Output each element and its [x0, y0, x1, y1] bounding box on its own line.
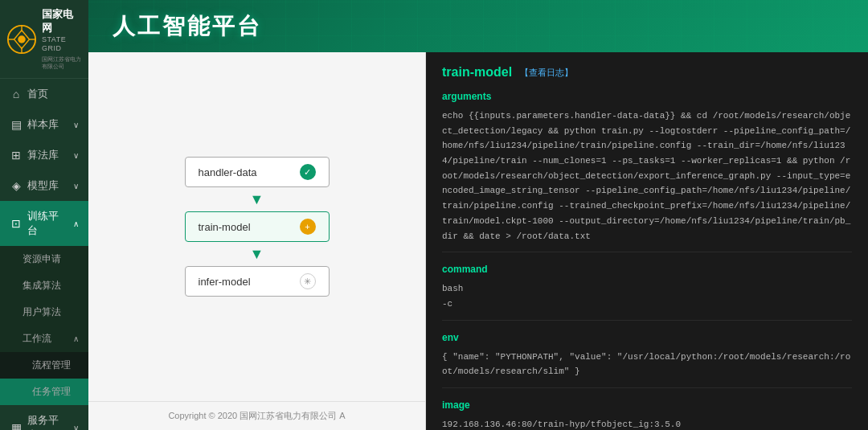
- handler-data-check-icon: ✓: [300, 164, 316, 180]
- section-label-env: env: [442, 332, 852, 343]
- training-submenu: 资源申请 集成算法 用户算法 工作流 ∧ 流程管理 任务管理: [0, 246, 88, 405]
- model-icon: ◈: [10, 179, 23, 192]
- main-area: 人工智能平台 handler-data ✓ ▼ train-model + ▼: [88, 0, 868, 430]
- node-label-train-model: train-model: [199, 221, 251, 233]
- training-icon: ⊡: [10, 217, 23, 230]
- sample-icon: ▤: [10, 118, 23, 131]
- sidebar-label-model: 模型库: [27, 178, 68, 193]
- sidebar-item-user-algo[interactable]: 用户算法: [0, 299, 88, 326]
- sidebar-label-ensemble: 集成算法: [23, 279, 79, 293]
- algo-arrow: ∨: [73, 151, 79, 160]
- node-label-handler-data: handler-data: [199, 166, 257, 178]
- section-label-arguments: arguments: [442, 91, 852, 102]
- sidebar-item-home[interactable]: ⌂ 首页: [0, 79, 88, 109]
- pipeline-node-infer-model[interactable]: infer-model ✳: [185, 266, 330, 297]
- home-icon: ⌂: [10, 88, 23, 100]
- sidebar-label-algo: 算法库: [27, 148, 68, 162]
- pipeline-inner: handler-data ✓ ▼ train-model + ▼ infer-m…: [88, 52, 425, 401]
- sidebar-item-resource[interactable]: 资源申请: [0, 246, 88, 272]
- pipeline-node-handler-data[interactable]: handler-data ✓: [185, 157, 330, 187]
- training-arrow: ∧: [73, 219, 79, 228]
- command-line-1: bash: [442, 281, 852, 297]
- algo-icon: ⊞: [10, 149, 23, 162]
- sidebar-item-sample[interactable]: ▤ 样本库 ∨: [0, 109, 88, 140]
- service-icon: ▦: [10, 421, 23, 430]
- sidebar-label-taskmgmt: 任务管理: [32, 385, 79, 399]
- sidebar-item-model[interactable]: ◈ 模型库 ∨: [0, 170, 88, 201]
- sidebar-label-resource: 资源申请: [23, 252, 79, 266]
- section-label-image: image: [442, 399, 852, 411]
- sidebar-label-useralgo: 用户算法: [23, 305, 79, 319]
- right-panel[interactable]: train-model 【查看日志】 arguments echo {{inpu…: [426, 52, 868, 430]
- logo-text: 国家电网 STATE GRID 国网江苏省电力有限公司: [42, 8, 82, 70]
- svg-point-1: [18, 35, 26, 43]
- command-line-2: -c: [442, 297, 852, 312]
- workflow-submenu: 流程管理 任务管理: [0, 352, 88, 405]
- pipeline-arrow-2: ▼: [250, 242, 264, 266]
- section-label-command: command: [442, 264, 852, 275]
- node-label-infer-model: infer-model: [199, 276, 251, 288]
- section-content-env: { "name": "PYTHONPATH", "value": "/usr/l…: [442, 350, 852, 388]
- header: 人工智能平台: [88, 0, 868, 52]
- sidebar-label-workflow: 工作流: [23, 332, 68, 346]
- pipeline-node-train-model[interactable]: train-model +: [185, 211, 330, 242]
- section-content-image: 192.168.136.46:80/train-hyp/tfobject_ig:…: [442, 417, 852, 430]
- sidebar-item-algo[interactable]: ⊞ 算法库 ∨: [0, 140, 88, 170]
- sidebar-item-workflow[interactable]: 工作流 ∧: [0, 326, 88, 352]
- sidebar-label-home: 首页: [27, 87, 79, 101]
- copyright-text: Copyright © 2020 国网江苏省电力有限公司 A: [168, 411, 345, 420]
- section-content-command: bash -c: [442, 281, 852, 320]
- logo-sub: 国网江苏省电力有限公司: [42, 55, 82, 70]
- sidebar-menu: ⌂ 首页 ▤ 样本库 ∨ ⊞ 算法库 ∨ ◈ 模型库 ∨ ⊡ 训练平台 ∧: [0, 79, 88, 430]
- sample-arrow: ∨: [73, 121, 79, 129]
- train-model-plus-icon: +: [300, 219, 316, 235]
- content-row: handler-data ✓ ▼ train-model + ▼ infer-m…: [88, 52, 868, 430]
- pipeline-footer: Copyright © 2020 国网江苏省电力有限公司 A: [88, 401, 425, 430]
- sidebar-item-training[interactable]: ⊡ 训练平台 ∧: [0, 201, 88, 246]
- page-title: 人工智能平台: [113, 11, 262, 42]
- logo-svg: [6, 24, 37, 55]
- sidebar-item-flow-mgmt[interactable]: 流程管理: [0, 352, 88, 379]
- service-arrow: ∨: [73, 424, 79, 430]
- sidebar-label-service: 服务平台: [27, 413, 68, 430]
- workflow-arrow: ∧: [73, 334, 79, 343]
- infer-model-spin-icon: ✳: [300, 273, 316, 289]
- sidebar-logo: 国家电网 STATE GRID 国网江苏省电力有限公司: [0, 0, 88, 79]
- pipeline-canvas: handler-data ✓ ▼ train-model + ▼ infer-m…: [88, 52, 426, 430]
- logo-cn: 国家电网: [42, 8, 82, 35]
- pipeline-arrow-1: ▼: [250, 187, 264, 211]
- panel-header: train-model 【查看日志】: [442, 65, 852, 80]
- sidebar-item-task-mgmt[interactable]: 任务管理: [0, 379, 88, 405]
- logo-en: STATE GRID: [42, 35, 82, 54]
- section-content-arguments: echo {{inputs.parameters.handler-data-da…: [442, 109, 852, 252]
- model-arrow: ∨: [73, 182, 79, 190]
- sidebar-label-sample: 样本库: [27, 117, 68, 132]
- sidebar-item-service[interactable]: ▦ 服务平台 ∨: [0, 405, 88, 430]
- panel-log-link[interactable]: 【查看日志】: [520, 67, 573, 79]
- sidebar: 国家电网 STATE GRID 国网江苏省电力有限公司 ⌂ 首页 ▤ 样本库 ∨…: [0, 0, 88, 430]
- sidebar-label-flowmgmt: 流程管理: [32, 358, 79, 372]
- sidebar-item-ensemble[interactable]: 集成算法: [0, 272, 88, 299]
- sidebar-label-training: 训练平台: [27, 209, 68, 238]
- panel-title: train-model: [442, 65, 512, 80]
